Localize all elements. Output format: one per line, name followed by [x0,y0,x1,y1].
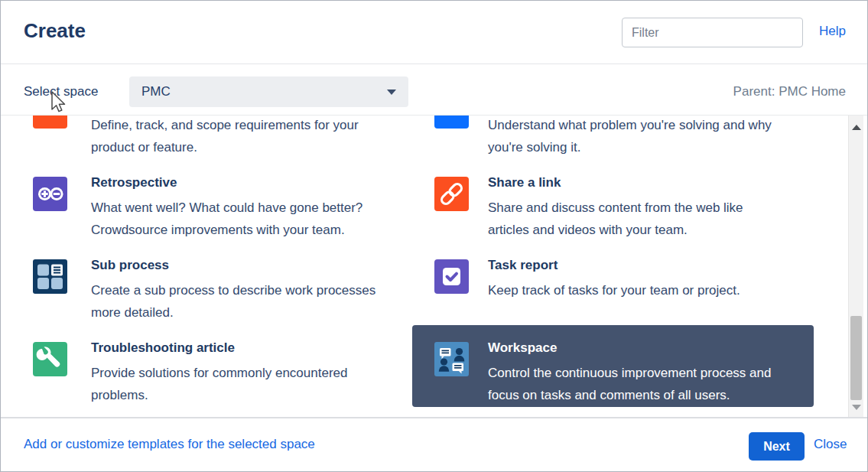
template-description: What went well? What could have gone bet… [91,197,395,241]
scroll-down-arrow-icon[interactable] [852,405,861,410]
template-workspace-row: Workspace Control the continuous improve… [434,340,833,418]
template-title: Sub process [91,258,395,274]
template-problem-statement[interactable]: Understand what problem you're solving a… [434,116,833,175]
template-description: Define, track, and scope requirements fo… [91,116,395,158]
page-title: Create [24,19,86,43]
space-dropdown-value: PMC [141,76,171,107]
template-description: Share and discuss content from the web l… [488,197,777,241]
template-title: Workspace [488,340,777,356]
help-link[interactable]: Help [819,24,846,39]
people-chat-icon [434,342,469,376]
template-troubleshooting-article[interactable]: Troubleshooting article Provide solution… [33,340,434,418]
template-column-left: Define, track, and scope requirements fo… [33,116,434,418]
customize-templates-link[interactable]: Add or customize templates for the selec… [24,437,315,452]
document-blue-icon [434,116,469,129]
select-space-bar: Select space PMC Parent: PMC Home [1,65,867,116]
filter-input[interactable] [622,18,803,47]
template-title: Troubleshooting article [91,340,395,356]
template-description: Understand what problem you're solving a… [488,116,777,158]
template-title: Share a link [488,175,777,191]
template-description: Create a sub process to describe work pr… [91,279,395,324]
template-description: Keep track of tasks for your team or pro… [488,279,777,301]
scroll-up-arrow-icon[interactable] [852,125,861,130]
template-sub-process[interactable]: Sub process Create a sub process to desc… [33,258,434,340]
template-description: Control the continuous improvement proce… [488,362,777,406]
link-icon [434,177,469,211]
template-title: Retrospective [91,175,395,191]
chevron-down-icon [387,90,396,95]
template-description: Provide solutions for commonly encounter… [91,362,395,406]
template-column-right: Understand what problem you're solving a… [434,116,833,418]
template-title: Task report [488,258,777,274]
close-link[interactable]: Close [814,437,847,452]
template-retrospective[interactable]: Retrospective What went well? What could… [33,175,434,258]
template-list-viewport: Define, track, and scope requirements fo… [1,116,847,418]
dialog-footer: Add or customize templates for the selec… [1,417,867,471]
scrollbar-thumb[interactable] [850,316,862,400]
parent-page-info: Parent: PMC Home [733,84,846,99]
vertical-scrollbar[interactable] [848,116,863,418]
plus-minus-icon [33,177,67,211]
template-product-requirements[interactable]: Define, track, and scope requirements fo… [33,116,434,175]
dialog-header: Create Help [1,1,867,64]
space-dropdown[interactable]: PMC [129,76,408,107]
template-workspace[interactable]: Workspace Control the continuous improve… [412,325,814,407]
template-columns: Define, track, and scope requirements fo… [33,116,833,418]
checkbox-check-icon [434,259,469,294]
wrench-icon [33,342,67,376]
next-button[interactable]: Next [749,432,805,461]
grid-document-icon [33,259,67,294]
select-space-label: Select space [24,84,98,99]
template-share-a-link[interactable]: Share a link Share and discuss content f… [434,175,833,258]
document-orange-icon [33,116,67,129]
